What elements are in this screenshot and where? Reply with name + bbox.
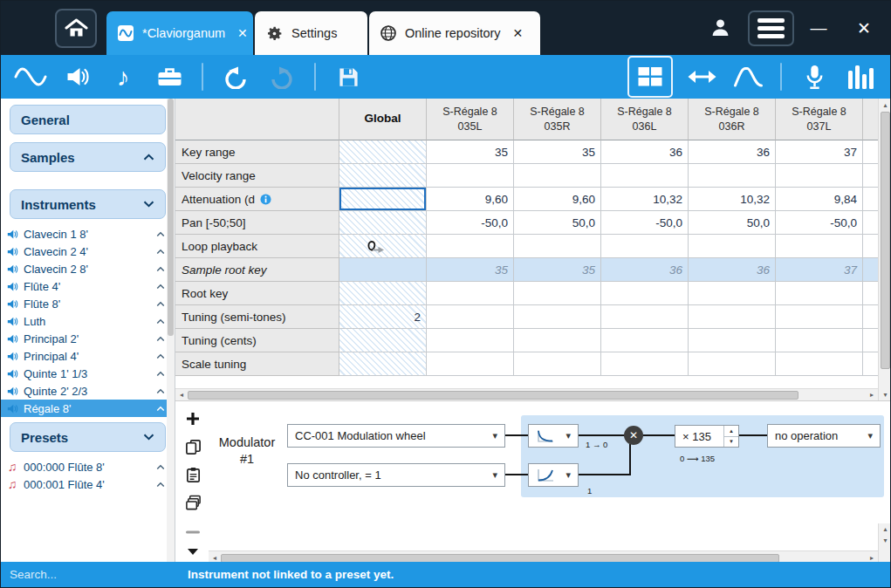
- general-section-button[interactable]: General: [10, 105, 166, 134]
- chevron-down-icon[interactable]: [143, 434, 154, 441]
- collapse-up-icon[interactable]: [156, 482, 165, 488]
- presets-section-button[interactable]: Presets: [10, 422, 166, 452]
- column-header[interactable]: S-Régale 8035R: [514, 99, 601, 140]
- global-cell[interactable]: [339, 140, 427, 164]
- table-cell[interactable]: 9,60: [427, 188, 514, 211]
- music-note-button[interactable]: ♪: [106, 58, 141, 96]
- scroll-up-icon[interactable]: ▴: [879, 99, 891, 111]
- collapse-up-icon[interactable]: [156, 249, 165, 255]
- user-account-button[interactable]: [709, 17, 731, 38]
- scroll-right-icon[interactable]: ▸: [866, 389, 878, 400]
- envelope-view-button[interactable]: [730, 58, 765, 96]
- recorder-button[interactable]: [797, 58, 832, 96]
- modulator-source2-select[interactable]: No controller, = 1: [287, 463, 505, 487]
- ranges-view-button[interactable]: [684, 58, 719, 96]
- table-cell[interactable]: [776, 352, 863, 376]
- table-cell[interactable]: [514, 282, 601, 305]
- menu-button[interactable]: [748, 10, 794, 46]
- collapse-up-icon[interactable]: [156, 371, 165, 377]
- delete-modulator-button[interactable]: [182, 522, 203, 543]
- table-cell[interactable]: [776, 329, 863, 352]
- scrollbar-thumb[interactable]: [881, 112, 890, 369]
- toolbox-button[interactable]: [152, 58, 187, 96]
- modulator-shape1-select[interactable]: [528, 424, 579, 448]
- modulator-amount-spinner[interactable]: × 135 ▲▼: [675, 425, 739, 448]
- table-cell[interactable]: [601, 282, 689, 305]
- table-cell[interactable]: [514, 352, 601, 376]
- collapse-up-icon[interactable]: [156, 266, 165, 272]
- table-cell[interactable]: [514, 305, 601, 329]
- column-header[interactable]: S-Régale 8035L: [427, 99, 514, 140]
- instrument-item[interactable]: Clavecin 1 8': [1, 225, 175, 243]
- table-cell[interactable]: [776, 282, 863, 305]
- table-cell[interactable]: 10,32: [689, 188, 776, 211]
- copy-modulator-button[interactable]: [182, 436, 203, 457]
- samples-section-button[interactable]: Samples: [10, 142, 166, 172]
- table-cell[interactable]: [514, 235, 601, 258]
- global-cell[interactable]: [339, 352, 427, 376]
- table-cell[interactable]: 36: [689, 140, 776, 164]
- instrument-item[interactable]: Quinte 2' 2/3: [1, 382, 175, 400]
- instrument-item[interactable]: Principal 4': [1, 347, 175, 365]
- table-cell[interactable]: 36: [601, 258, 689, 282]
- column-header[interactable]: S-Régale 8036R: [689, 99, 776, 140]
- table-cell[interactable]: [514, 329, 601, 352]
- minimize-button[interactable]: —: [804, 14, 833, 42]
- instrument-item[interactable]: Clavecin 2 4': [1, 243, 175, 260]
- global-cell[interactable]: 2: [339, 305, 427, 329]
- scroll-left-icon[interactable]: ◂: [175, 389, 188, 400]
- table-cell[interactable]: 9,84: [776, 188, 863, 211]
- search-input[interactable]: [8, 567, 174, 582]
- table-cell[interactable]: [601, 164, 689, 188]
- table-cell[interactable]: 37: [776, 140, 863, 164]
- table-cell[interactable]: [689, 305, 776, 329]
- table-cell[interactable]: [514, 164, 601, 188]
- tab-online-repository[interactable]: Online repository ✕: [369, 11, 540, 55]
- spin-up-icon[interactable]: ▲: [724, 426, 738, 436]
- preset-item[interactable]: ♫000:000 Flûte 8': [1, 458, 175, 475]
- table-cell[interactable]: [601, 329, 689, 352]
- table-cell[interactable]: 35: [427, 140, 514, 164]
- table-cell[interactable]: [689, 235, 776, 258]
- table-cell[interactable]: -50,0: [776, 211, 863, 235]
- instrument-item[interactable]: Flûte 8': [1, 295, 175, 312]
- info-icon[interactable]: [260, 194, 333, 205]
- column-header[interactable]: S-Régale 8037L: [776, 99, 863, 140]
- table-cell[interactable]: -50,0: [427, 211, 514, 235]
- table-cell[interactable]: [776, 235, 863, 258]
- table-cell[interactable]: [776, 164, 863, 188]
- collapse-up-icon[interactable]: [156, 353, 165, 359]
- table-vertical-scrollbar[interactable]: ▴ ▾: [878, 99, 891, 400]
- close-tab-icon[interactable]: ✕: [513, 27, 524, 39]
- global-cell[interactable]: [339, 329, 427, 352]
- close-tab-icon[interactable]: ✕: [237, 27, 248, 39]
- spin-down-icon[interactable]: ▼: [724, 436, 738, 448]
- table-cell[interactable]: 35: [514, 258, 601, 282]
- table-cell[interactable]: [689, 282, 776, 305]
- global-cell[interactable]: [339, 164, 427, 188]
- collapse-up-icon[interactable]: [156, 318, 165, 325]
- global-cell[interactable]: [339, 211, 427, 235]
- table-cell[interactable]: [601, 305, 689, 329]
- global-cell[interactable]: [339, 235, 427, 258]
- table-view-button[interactable]: [627, 56, 673, 98]
- table-cell[interactable]: [689, 352, 776, 376]
- scroll-down-button[interactable]: [182, 541, 203, 562]
- table-cell[interactable]: 10,32: [601, 188, 689, 211]
- modulator-shape2-select[interactable]: [528, 463, 579, 487]
- table-cell[interactable]: [776, 305, 863, 329]
- collapse-up-icon[interactable]: [156, 336, 165, 342]
- collapse-up-icon[interactable]: [156, 464, 165, 470]
- instrument-item[interactable]: Régale 8': [1, 400, 175, 417]
- table-cell[interactable]: [689, 329, 776, 352]
- scroll-down-icon[interactable]: ▾: [879, 388, 891, 400]
- scroll-up-icon[interactable]: ▴: [879, 523, 891, 535]
- close-window-button[interactable]: ✕: [849, 14, 879, 42]
- table-cell[interactable]: [427, 164, 514, 188]
- column-header[interactable]: Global: [339, 99, 427, 140]
- redo-button[interactable]: [264, 58, 299, 96]
- table-horizontal-scrollbar[interactable]: ◂ ▸: [175, 388, 878, 400]
- collapse-up-icon[interactable]: [156, 388, 165, 394]
- sidebar-scrollbar[interactable]: [167, 99, 175, 564]
- table-cell[interactable]: 35: [514, 140, 601, 164]
